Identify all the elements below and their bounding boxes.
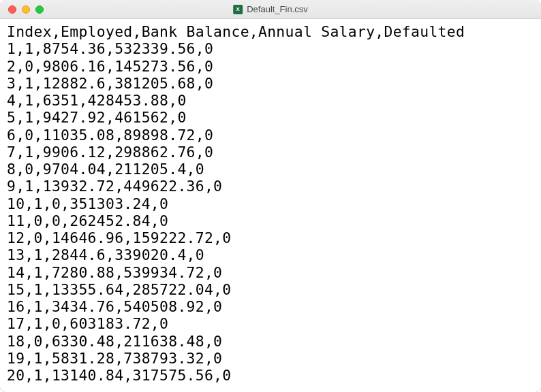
csv-data-row: 5,1,9427.92,461562,0 [7,109,187,126]
csv-data-row: 6,0,11035.08,89898.72,0 [7,127,213,144]
csv-data-row: 14,1,7280.88,539934.72,0 [7,264,222,281]
csv-data-row: 7,1,9906.12,298862.76,0 [7,144,213,161]
csv-data-row: 10,1,0,351303.24,0 [7,195,168,212]
csv-data-row: 3,1,12882.6,381205.68,0 [7,75,213,92]
csv-data-row: 20,1,13140.84,317575.56,0 [7,367,231,384]
excel-file-icon: X [233,5,243,14]
close-icon[interactable] [8,5,16,14]
text-editor-window: X Default_Fin.csv Index,Employed,Bank Ba… [0,0,541,392]
csv-data-row: 1,1,8754.36,532339.56,0 [7,40,213,57]
window-title-wrap: X Default_Fin.csv [233,4,308,14]
csv-data-row: 11,0,0,262452.84,0 [7,212,168,229]
csv-data-row: 13,1,2844.6,339020.4,0 [7,246,204,263]
minimize-icon[interactable] [22,5,30,14]
csv-data-row: 16,1,3434.76,540508.92,0 [7,298,222,315]
csv-data-row: 15,1,13355.64,285722.04,0 [7,281,231,298]
csv-data-row: 19,1,5831.28,738793.32,0 [7,350,222,367]
traffic-lights [0,5,44,14]
window-title: Default_Fin.csv [247,4,308,14]
excel-icon-label: X [236,7,240,12]
csv-data-row: 9,1,13932.72,449622.36,0 [7,178,222,195]
file-content[interactable]: Index,Employed,Bank Balance,Annual Salar… [0,19,541,388]
maximize-icon[interactable] [35,5,44,14]
csv-data-row: 17,1,0,603183.72,0 [7,315,168,332]
csv-header-row: Index,Employed,Bank Balance,Annual Salar… [7,23,465,40]
csv-data-row: 12,0,14646.96,159222.72,0 [7,229,231,246]
csv-data-row: 18,0,6330.48,211638.48,0 [7,333,222,350]
window-titlebar[interactable]: X Default_Fin.csv [0,0,541,19]
csv-data-row: 4,1,6351,428453.88,0 [7,92,187,109]
csv-data-row: 8,0,9704.04,211205.4,0 [7,161,204,178]
csv-data-row: 2,0,9806.16,145273.56,0 [7,58,213,75]
